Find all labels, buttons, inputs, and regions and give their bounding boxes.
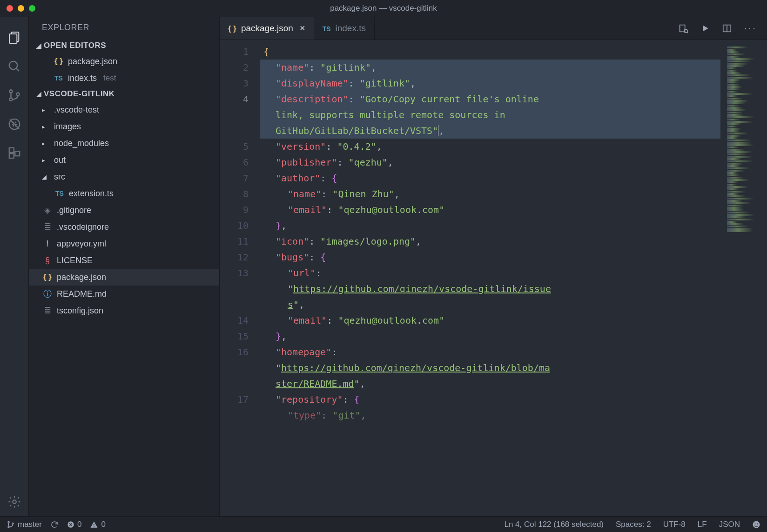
tree-folder[interactable]: ▸images (29, 118, 219, 135)
svg-point-24 (753, 521, 760, 528)
tree-item-label: appveyor.yml (57, 239, 106, 249)
svg-line-3 (16, 68, 19, 71)
tree-item-label: LICENSE (57, 256, 93, 266)
status-indent[interactable]: Spaces: 2 (616, 520, 651, 529)
status-eol[interactable]: LF (698, 520, 707, 529)
tree-item-label: README.md (57, 289, 107, 299)
svg-point-6 (16, 93, 19, 95)
window-maximize-button[interactable] (29, 5, 35, 12)
explorer-title: EXPLORER (29, 17, 219, 38)
json-icon: { } (54, 57, 63, 66)
svg-point-2 (9, 61, 17, 70)
tree-folder[interactable]: ▸node_modules (29, 135, 219, 152)
svg-point-4 (9, 90, 12, 93)
activity-bar (0, 17, 29, 516)
tree-item-label: tsconfig.json (57, 306, 103, 316)
svg-point-12 (13, 500, 16, 504)
activity-scm-icon[interactable] (0, 81, 29, 110)
activity-settings-icon[interactable] (0, 487, 29, 516)
svg-rect-1 (9, 34, 17, 43)
editor-tab[interactable]: { }package.json× (220, 17, 314, 40)
run-icon[interactable] (700, 24, 710, 33)
info-icon: ⓘ (43, 288, 52, 299)
project-header[interactable]: ◢ VSCODE-GITLINK (29, 86, 219, 101)
code-editor[interactable]: {"name": "gitlink","displayName": "gitli… (260, 40, 767, 516)
status-sync[interactable] (50, 520, 59, 529)
chevron-right-icon: ▸ (42, 157, 50, 164)
tab-label: index.ts (336, 23, 366, 33)
status-errors[interactable]: 0 (67, 520, 81, 529)
more-actions-icon[interactable]: ··· (744, 22, 757, 34)
json-icon: { } (43, 273, 52, 282)
open-editor-item[interactable]: TSindex.tstest (29, 70, 219, 86)
tree-file[interactable]: ≣.vscodeignore (29, 219, 219, 235)
chevron-right-icon: ▸ (42, 140, 50, 147)
open-editor-item[interactable]: { }package.json (29, 53, 219, 70)
typescript-icon: TS (55, 190, 64, 197)
svg-point-26 (757, 523, 758, 524)
svg-point-25 (754, 523, 755, 524)
chevron-down-icon: ◢ (42, 173, 50, 180)
window-title: package.json — vscode-gitlink (330, 4, 437, 13)
activity-explorer-icon[interactable] (0, 23, 29, 52)
status-language[interactable]: JSON (719, 520, 740, 529)
titlebar: package.json — vscode-gitlink (0, 0, 767, 17)
chevron-right-icon: ▸ (42, 123, 50, 130)
typescript-icon: TS (54, 74, 63, 82)
tree-item-label: extension.ts (69, 189, 114, 199)
status-bar: master 0 0 Ln 4, Col 122 (168 selected) … (0, 516, 767, 532)
file-lines-icon: ≣ (44, 306, 51, 316)
json-icon: { } (228, 24, 236, 33)
file-lines-icon: ≣ (44, 222, 51, 232)
chevron-right-icon: ▸ (42, 106, 50, 113)
split-editor-icon[interactable] (722, 23, 732, 33)
tree-folder[interactable]: ◢src (29, 168, 219, 185)
window-minimize-button[interactable] (18, 5, 24, 12)
svg-rect-10 (9, 153, 13, 158)
window-close-button[interactable] (7, 5, 13, 12)
svg-point-20 (12, 523, 13, 524)
activity-debug-icon[interactable] (0, 110, 29, 139)
svg-line-8 (10, 120, 19, 129)
tree-item-label: package.json (57, 273, 106, 282)
open-changes-icon[interactable] (678, 23, 688, 33)
status-warnings[interactable]: 0 (90, 520, 105, 529)
svg-point-5 (9, 98, 12, 101)
svg-rect-23 (94, 526, 95, 527)
editor-tab[interactable]: TSindex.ts (314, 17, 375, 40)
explorer-sidebar: EXPLORER ◢ OPEN EDITORS { }package.jsonT… (29, 17, 220, 516)
tree-item-label: .vscodeignore (57, 222, 109, 232)
svg-rect-9 (9, 148, 13, 153)
svg-point-18 (8, 521, 9, 523)
tab-bar: { }package.json×TSindex.ts ··· (220, 17, 767, 40)
line-number-gutter: 1234567891011121314151617 (220, 40, 260, 516)
tree-item-label: .gitignore (57, 206, 91, 215)
typescript-icon: TS (323, 25, 331, 33)
status-branch[interactable]: master (7, 520, 42, 529)
tree-file[interactable]: ⓘREADME.md (29, 286, 219, 302)
svg-rect-22 (94, 524, 95, 525)
open-editor-label: package.json (68, 57, 117, 66)
tree-file[interactable]: ≣tsconfig.json (29, 302, 219, 319)
tree-file[interactable]: { }package.json (29, 269, 219, 286)
license-icon: § (45, 256, 50, 266)
open-editors-header[interactable]: ◢ OPEN EDITORS (29, 38, 219, 53)
status-cursor-position[interactable]: Ln 4, Col 122 (168 selected) (504, 520, 604, 529)
tree-folder[interactable]: ▸.vscode-test (29, 101, 219, 118)
git-icon: ◈ (44, 205, 51, 215)
tree-file[interactable]: §LICENSE (29, 252, 219, 269)
status-encoding[interactable]: UTF-8 (663, 520, 686, 529)
tree-file[interactable]: !appveyor.yml (29, 235, 219, 252)
tab-label: package.json (241, 23, 293, 33)
status-feedback-icon[interactable] (752, 520, 760, 529)
close-icon[interactable]: × (300, 23, 305, 33)
chevron-down-icon: ◢ (34, 90, 44, 98)
yaml-icon: ! (46, 239, 49, 249)
minimap[interactable] (725, 40, 767, 516)
tree-file[interactable]: TSextension.ts (29, 185, 219, 202)
tree-folder[interactable]: ▸out (29, 152, 219, 168)
svg-line-15 (687, 32, 688, 33)
activity-extensions-icon[interactable] (0, 139, 29, 167)
tree-file[interactable]: ◈.gitignore (29, 202, 219, 219)
activity-search-icon[interactable] (0, 52, 29, 81)
